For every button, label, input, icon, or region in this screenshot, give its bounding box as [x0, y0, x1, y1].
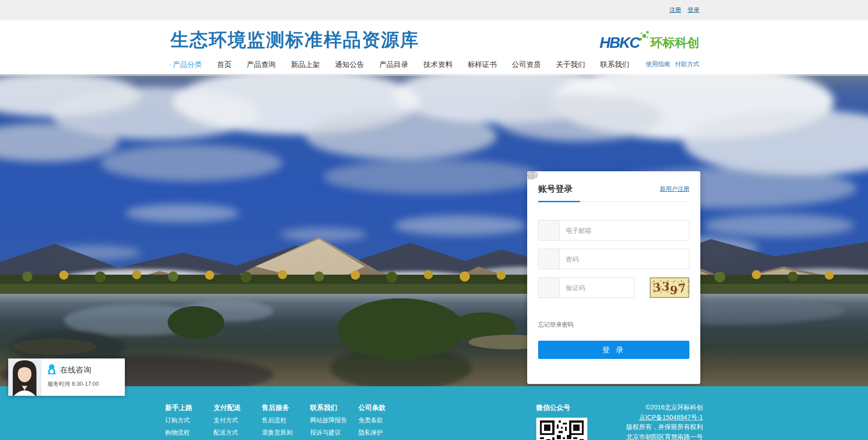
- captcha-digit: 7: [678, 282, 687, 294]
- captcha-digit: 3: [661, 281, 670, 292]
- title-underline: [538, 201, 580, 202]
- site-header: 生态环境监测标准样品资源库 HBKC 环标科创 · 产品分类 首页 产品查询: [0, 20, 868, 74]
- footer-col-title: 联系我们: [310, 404, 359, 412]
- register-link[interactable]: 注册: [669, 6, 681, 14]
- captcha-row: 3 3 9 7: [538, 277, 689, 298]
- wechat-qr-code: [536, 418, 587, 440]
- footer-link[interactable]: 配送方式: [214, 429, 262, 437]
- nav-item-product-categories[interactable]: · 产品分类: [169, 60, 202, 70]
- hero-landscape-image: [0, 74, 868, 386]
- login-panel-title: 账号登录: [538, 183, 573, 195]
- nav-item-about-us[interactable]: 关于我们: [556, 60, 585, 70]
- main-nav: · 产品分类 首页 产品查询 新品上架 通知公告 产品目录 技术资料 标样证书 …: [169, 60, 644, 70]
- captcha-input[interactable]: [560, 278, 634, 297]
- payment-methods-link[interactable]: 付款方式: [675, 60, 699, 68]
- login-link[interactable]: 登录: [688, 6, 699, 14]
- service-title: 在线咨询: [60, 365, 91, 375]
- nav-item-home[interactable]: 首页: [217, 60, 231, 70]
- footer-link[interactable]: 购物流程: [165, 429, 214, 437]
- footer-copyright: ©2016北京环标科创 京ICP备15048947号-1 版权所有，并保留所有权…: [627, 403, 703, 440]
- footer-col-after-sales: 售后服务 售后流程 退换货原则: [262, 404, 310, 440]
- footer-link[interactable]: 免责条款: [359, 416, 407, 425]
- nav-item-new-arrivals[interactable]: 新品上架: [291, 60, 320, 70]
- nav-item-announcements[interactable]: 通知公告: [335, 60, 364, 70]
- nav-item-company-qualifications[interactable]: 公司资质: [512, 60, 541, 70]
- captcha-digit: 3: [652, 281, 662, 294]
- email-icon: [539, 220, 560, 240]
- email-input[interactable]: [560, 220, 689, 240]
- footer-col-getting-started: 新手上路 订购方式 购物流程: [165, 404, 214, 440]
- wechat-title: 微信公众号: [536, 404, 596, 412]
- copyright-line: 版权所有，并保留所有权利: [627, 422, 703, 432]
- footer-col-title: 公司条款: [359, 404, 407, 412]
- footer-link[interactable]: 订购方式: [165, 416, 214, 425]
- login-panel: 账号登录 新用户注册: [527, 171, 700, 384]
- footer-col-contact: 联系我们 网站故障报告 投诉与建议: [310, 404, 359, 440]
- logo-name-text: 环标科创: [650, 36, 699, 50]
- hero-banner: 账号登录 新用户注册: [0, 74, 868, 386]
- icp-record-link[interactable]: 京ICP备15048947号-1: [639, 413, 703, 423]
- footer-wechat-column: 微信公众号: [536, 404, 596, 440]
- qq-penguin-icon: [47, 364, 56, 376]
- email-field-group: [538, 220, 689, 240]
- nav-item-technical-docs[interactable]: 技术资料: [423, 60, 452, 70]
- footer-col-title: 新手上路: [165, 404, 214, 412]
- site-title: 生态环境监测标准样品资源库: [170, 27, 419, 52]
- nav-active-bullet: ·: [169, 61, 171, 69]
- copyright-line: ©2016北京环标科创: [627, 403, 703, 413]
- nav-item-contact-us[interactable]: 联系我们: [600, 60, 629, 70]
- captcha-digit: 9: [669, 285, 678, 297]
- footer-link[interactable]: 网站故障报告: [310, 416, 359, 425]
- captcha-field-group: [538, 277, 635, 298]
- footer-col-title: 售后服务: [262, 404, 310, 412]
- page-footer: 新手上路 订购方式 购物流程 支付配送 支付方式 配送方式 售后服务 售后流程 …: [0, 386, 868, 440]
- footer-link[interactable]: 投诉与建议: [310, 429, 359, 437]
- footer-col-title: 支付配送: [214, 404, 262, 412]
- forgot-password-link[interactable]: 忘记登录密码: [538, 321, 574, 329]
- login-submit-button[interactable]: 登 录: [538, 341, 689, 359]
- new-user-register-link[interactable]: 新用户注册: [660, 185, 689, 193]
- nav-item-label: 产品分类: [173, 60, 202, 70]
- lock-icon: [539, 249, 560, 269]
- nav-item-sample-certificates[interactable]: 标样证书: [467, 60, 497, 70]
- service-hours: 服务时间 8:30-17:00: [47, 380, 125, 388]
- header-quick-links: 使用指南 付款方式: [641, 60, 699, 68]
- password-input[interactable]: [560, 249, 689, 269]
- service-agent-avatar: [8, 358, 41, 396]
- footer-link[interactable]: 退换货原则: [262, 429, 310, 437]
- nav-item-product-search[interactable]: 产品查询: [247, 60, 276, 70]
- footer-col-terms: 公司条款 免责条款 隐私保护: [359, 404, 407, 440]
- footer-col-payment-delivery: 支付配送 支付方式 配送方式: [214, 404, 262, 440]
- online-service-widget[interactable]: 在线咨询 服务时间 8:30-17:00: [8, 358, 125, 396]
- logo-dots-icon: [637, 30, 649, 44]
- top-bar: 注册 登录: [0, 0, 868, 20]
- logo-abbr-text: HBKC: [600, 35, 639, 50]
- footer-link[interactable]: 隐私保护: [359, 429, 407, 437]
- user-guide-link[interactable]: 使用指南: [646, 60, 670, 68]
- password-field-group: [538, 249, 689, 269]
- footer-link[interactable]: 售后流程: [262, 416, 310, 425]
- captcha-image[interactable]: 3 3 9 7: [650, 277, 689, 298]
- eye-icon: [539, 278, 560, 297]
- copyright-line: 北京市朝阳区育慧南路一号: [627, 432, 703, 440]
- footer-link[interactable]: 支付方式: [214, 416, 262, 425]
- company-logo: HBKC 环标科创: [600, 30, 699, 50]
- service-widget-body: 在线咨询 服务时间 8:30-17:00: [41, 358, 125, 396]
- nav-item-product-catalog[interactable]: 产品目录: [379, 60, 408, 70]
